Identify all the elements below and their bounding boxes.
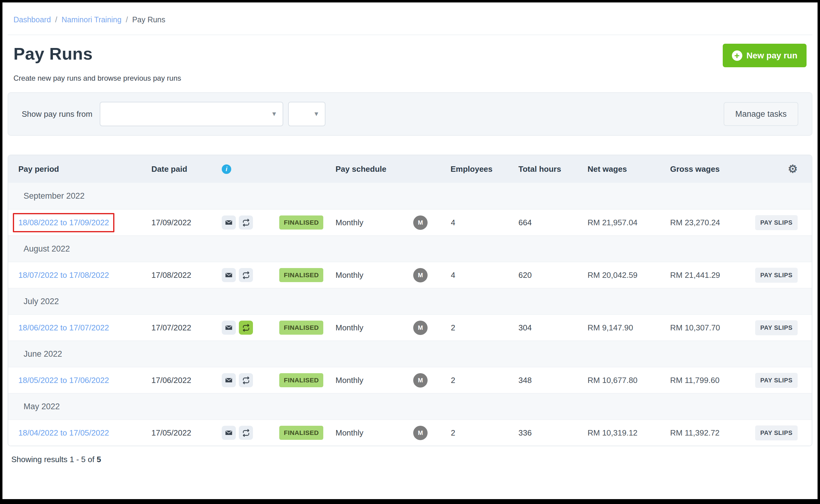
date-paid: 17/07/2022 [151,323,222,333]
gross-wages: RM 11,799.60 [670,376,750,385]
envelope-icon [225,219,233,226]
employees-count: 4 [451,218,455,227]
pay-period-link[interactable]: 18/07/2022 to 17/08/2022 [18,270,109,280]
schedule-type-badge: M [413,426,428,440]
pay-schedule: Monthly [335,270,412,280]
filter-bar: Show pay runs from ▾ ▾ Manage tasks [8,92,812,136]
pay-slips-button[interactable]: PAY SLIPS [755,320,798,335]
manage-tasks-button[interactable]: Manage tasks [724,102,798,126]
envelope-icon [225,429,233,437]
gear-icon[interactable]: ⚙ [788,164,798,175]
gross-wages: RM 10,307.70 [670,323,750,333]
col-net-wages: Net wages [588,164,670,174]
col-pay-schedule: Pay schedule [335,164,412,174]
gross-wages: RM 11,392.72 [670,428,750,438]
filter-label: Show pay runs from [22,109,92,119]
net-wages: RM 10,319.12 [588,428,670,438]
highlight-box: 18/08/2022 to 17/09/2022 [13,213,114,232]
email-notifications-button[interactable] [222,373,236,387]
recurring-pay-run-button[interactable] [239,215,253,230]
breadcrumb-business[interactable]: Naminori Training [61,15,121,24]
sync-icon [242,324,250,332]
table-row: 18/05/2022 to 17/06/2022 17/06/2022 FINA… [8,367,812,393]
gross-wages: RM 23,270.24 [670,218,750,227]
breadcrumb-separator: / [126,15,128,24]
pay-schedule-select[interactable]: ▾ [100,102,283,126]
breadcrumb-dashboard[interactable]: Dashboard [13,15,51,24]
pay-period-link[interactable]: 18/05/2022 to 17/06/2022 [18,376,109,385]
status-badge: FINALISED [279,321,323,335]
pay-slips-button[interactable]: PAY SLIPS [755,425,798,440]
sync-icon [242,219,250,227]
schedule-type-badge: M [413,373,428,388]
info-icon[interactable]: i [222,164,231,174]
schedule-type-badge: M [413,321,428,335]
results-total: 5 [97,455,101,464]
sync-icon [242,271,250,279]
envelope-icon [225,271,233,279]
pay-slips-button[interactable]: PAY SLIPS [755,215,798,230]
date-paid: 17/06/2022 [151,376,222,385]
new-pay-run-label: New pay run [747,51,797,61]
schedule-type-badge: M [413,215,428,230]
net-wages: RM 10,677.80 [588,376,670,385]
table-header: Pay period Date paid i Pay schedule Empl… [8,155,812,183]
group-header: June 2022 [8,340,812,367]
col-pay-period: Pay period [18,164,151,174]
group-header: August 2022 [8,235,812,262]
envelope-icon [225,324,233,332]
col-employees: Employees [412,164,519,174]
pay-slips-button[interactable]: PAY SLIPS [755,268,798,283]
table-row: 18/07/2022 to 17/08/2022 17/08/2022 FINA… [8,262,812,288]
email-notifications-button[interactable] [222,426,236,440]
recurring-pay-run-button-active[interactable] [239,321,253,335]
sync-icon [242,429,250,437]
pay-slips-button[interactable]: PAY SLIPS [755,373,798,388]
pay-period-link[interactable]: 18/06/2022 to 17/07/2022 [18,323,109,333]
employees-count: 2 [451,428,455,438]
schedule-type-badge: M [413,268,428,282]
status-badge: FINALISED [279,215,323,230]
status-badge: FINALISED [279,268,323,282]
total-hours: 620 [519,270,588,280]
gross-wages: RM 21,441.29 [670,270,750,280]
pay-period-link[interactable]: 18/08/2022 to 17/09/2022 [18,218,109,227]
bottom-bar [2,499,818,500]
net-wages: RM 9,147.90 [588,323,670,333]
date-paid: 17/09/2022 [151,218,222,227]
table-row: 18/04/2022 to 17/05/2022 17/05/2022 FINA… [8,419,812,446]
pay-period-link[interactable]: 18/04/2022 to 17/05/2022 [18,428,109,438]
email-notifications-button[interactable] [222,268,236,282]
page-subtitle: Create new pay runs and browse previous … [13,74,812,83]
total-hours: 304 [519,323,588,333]
chevron-down-icon: ▾ [314,109,318,118]
total-hours: 664 [519,218,588,227]
status-badge: FINALISED [279,426,323,440]
pay-runs-table: Pay period Date paid i Pay schedule Empl… [8,155,812,446]
breadcrumb-current: Pay Runs [132,15,165,24]
pay-schedule: Monthly [335,218,412,227]
new-pay-run-button[interactable]: + New pay run [723,44,807,67]
group-header: July 2022 [8,288,812,314]
net-wages: RM 21,957.04 [588,218,670,227]
recurring-pay-run-button[interactable] [239,426,253,440]
breadcrumb-separator: / [55,15,57,24]
col-gross-wages: Gross wages [670,164,750,174]
pay-schedule: Monthly [335,376,412,385]
net-wages: RM 20,042.59 [588,270,670,280]
results-summary: Showing results 1 - 5 of 5 [11,455,812,464]
date-paid: 17/05/2022 [151,428,222,438]
recurring-pay-run-button[interactable] [239,268,253,282]
plus-circle-icon: + [732,50,742,61]
email-notifications-button[interactable] [222,321,236,335]
email-notifications-button[interactable] [222,215,236,230]
year-select[interactable]: ▾ [288,102,325,126]
sync-icon [242,376,250,384]
total-hours: 336 [519,428,588,438]
total-hours: 348 [519,376,588,385]
col-total-hours: Total hours [519,164,588,174]
table-row: 18/06/2022 to 17/07/2022 17/07/2022 FINA… [8,314,812,340]
date-paid: 17/08/2022 [151,270,222,280]
recurring-pay-run-button[interactable] [239,373,253,387]
employees-count: 2 [451,376,455,385]
